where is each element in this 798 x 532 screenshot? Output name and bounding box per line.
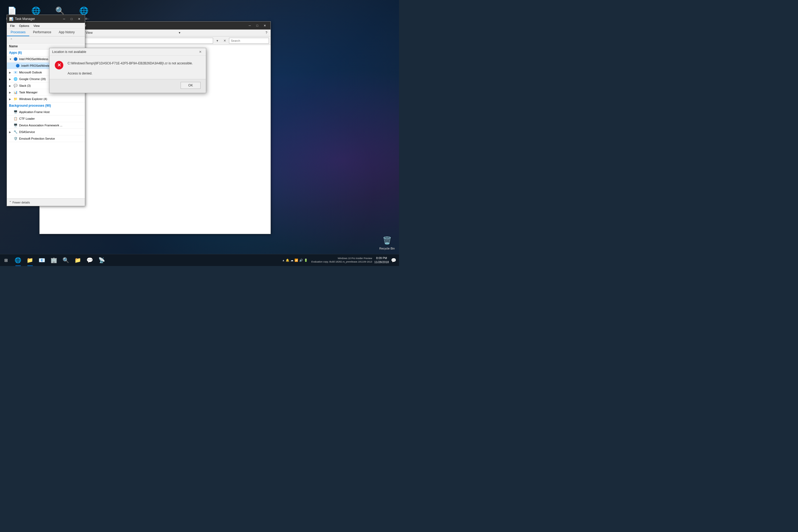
- spotlight-icon: 🔍: [55, 5, 65, 16]
- process-name-explorer: Windows Explorer (4): [19, 97, 83, 100]
- tray-icon-battery: 🔋: [304, 259, 308, 262]
- expand-arrow-explorer: ▶: [9, 98, 13, 100]
- expand-arrow-chrome: ▶: [9, 78, 13, 81]
- github-icon: 🌐: [78, 5, 89, 16]
- taskbar-apps-area: 🌐 📁 📧 🏢 🔍 📁 💬 📡: [12, 254, 280, 266]
- minimize-button[interactable]: ─: [60, 15, 68, 23]
- fewer-details-button[interactable]: ⌃ Fewer details: [9, 201, 30, 204]
- taskbar: ⊞ 🌐 📁 📧 🏢 🔍 📁 💬 📡 ▲ 🔔 ☁ 📶 🔊 🔋 Windows 10…: [0, 254, 399, 266]
- outlook-icon: 📧: [13, 70, 18, 75]
- clock-time: 8:09 PM: [374, 256, 389, 260]
- process-item-explorer[interactable]: ▶ 📁 Windows Explorer (4): [7, 96, 85, 102]
- chrome-icon-1: 🌐: [31, 5, 41, 16]
- taskmanager-process-icon: 📊: [13, 90, 18, 94]
- tray-icon-wifi[interactable]: 📶: [294, 259, 298, 262]
- tab-app-history[interactable]: App history: [55, 29, 78, 36]
- file-explorer-title-text: File Explorer: [68, 24, 246, 27]
- chrome-process-icon: 🌐: [13, 77, 18, 81]
- error-message-line1: C:\Windows\Temp\{8F1DA5C6-F71E-42F5-BF9A…: [68, 61, 201, 66]
- tray-icon-volume[interactable]: 🔊: [299, 259, 303, 262]
- process-name-ctf: CTF Loader: [19, 117, 83, 120]
- expand-arrow-daf: [9, 124, 13, 127]
- fe-minimize-button[interactable]: ─: [246, 22, 253, 30]
- maximize-button[interactable]: □: [68, 15, 75, 23]
- error-dialog-close-button[interactable]: ✕: [197, 49, 203, 55]
- clock-date: 11/28/2018: [374, 260, 389, 264]
- tab-performance[interactable]: Performance: [29, 29, 55, 36]
- task-manager-title-text: Task Manager: [15, 17, 60, 21]
- task-manager-toolbar: ⌃: [7, 36, 85, 43]
- expand-arrow-intel: ▼: [9, 58, 13, 61]
- start-button[interactable]: ⊞: [0, 254, 12, 266]
- taskbar-tray: ▲ 🔔 ☁ 📶 🔊 🔋 Windows 10 Pro Insider Previ…: [280, 256, 399, 264]
- address-bar[interactable]: [71, 38, 213, 44]
- taskbar-app-store[interactable]: 🏢: [48, 254, 60, 266]
- taskbar-app-wifi-tool[interactable]: 📡: [96, 254, 108, 266]
- desktop-icon-recycle-bin[interactable]: 🗑️ Recycle Bin: [378, 235, 396, 250]
- tray-icon-notifications[interactable]: 🔔: [286, 259, 289, 262]
- tray-collapse-button[interactable]: ▲: [282, 259, 285, 262]
- collapse-all-button[interactable]: ⌃: [9, 38, 14, 42]
- fewer-details-arrow: ⌃: [9, 201, 12, 204]
- taskbar-app-folder[interactable]: 📁: [72, 254, 84, 266]
- action-center-button[interactable]: 💬: [391, 258, 396, 263]
- menu-file[interactable]: File: [8, 24, 17, 28]
- process-name-dsa: DSAService: [19, 130, 83, 134]
- task-manager-window: 📊 Task Manager ─ □ ✕ File Options View P…: [7, 15, 85, 206]
- nav-refresh-button[interactable]: ✕: [222, 38, 228, 44]
- error-dialog-title-text: Location is not available: [52, 50, 197, 54]
- process-name-emsisoft: Emsisoft Protection Service: [19, 137, 83, 140]
- fewer-details-label: Fewer details: [13, 201, 30, 204]
- expand-arrow-dsa: ▶: [9, 131, 13, 134]
- slack-process-icon: 💬: [13, 83, 18, 88]
- taskbar-app-search[interactable]: 🔍: [60, 254, 72, 266]
- afh-icon: 🖥️: [13, 110, 18, 114]
- intel-sub-icon: 🔵: [15, 63, 20, 68]
- task-manager-tabs: Processes Performance App history: [7, 29, 85, 36]
- emsisoft-icon: 🛡️: [13, 136, 18, 141]
- process-device-assoc[interactable]: 🖥️ Device Association Framework ...: [7, 122, 85, 129]
- task-manager-menubar: File Options View: [7, 23, 85, 29]
- taskbar-app-explorer[interactable]: 📁: [24, 254, 36, 266]
- taskbar-app-outlook[interactable]: 📧: [36, 254, 48, 266]
- process-dsa-service[interactable]: ▶ 🔧 DSAService: [7, 129, 85, 135]
- close-button[interactable]: ✕: [75, 15, 83, 23]
- expand-arrow-taskmanager: ▶: [9, 91, 13, 94]
- windows-info-line2: Evaluation copy. Build 18282.rs_prerelea…: [311, 260, 372, 264]
- notification-area: ▲ 🔔 ☁ 📶 🔊 🔋: [282, 259, 309, 262]
- windows-eval-notice: Windows 10 Pro Insider Preview Evaluatio…: [311, 257, 372, 263]
- error-dialog-body: ✕ C:\Windows\Temp\{8F1DA5C6-F71E-42F5-BF…: [50, 56, 206, 79]
- error-dialog: Location is not available ✕ ✕ C:\Windows…: [49, 48, 206, 93]
- nav-address-dropdown[interactable]: ▾: [214, 38, 221, 44]
- taskbar-app-browser[interactable]: 🌐: [12, 254, 24, 266]
- expand-arrow-outlook: ▶: [9, 71, 13, 74]
- menu-view[interactable]: View: [32, 24, 42, 28]
- ribbon-expand-button[interactable]: ▾: [177, 30, 183, 36]
- process-ctf-loader[interactable]: 📋 CTF Loader: [7, 115, 85, 122]
- taskbar-clock[interactable]: 8:09 PM 11/28/2018: [374, 256, 389, 264]
- window-controls: ─ □ ✕: [60, 15, 83, 23]
- error-message-text: C:\Windows\Temp\{8F1DA5C6-F71E-42F5-BF9A…: [68, 61, 201, 76]
- fe-close-button[interactable]: ✕: [261, 22, 268, 30]
- ctf-icon: 📋: [13, 116, 18, 121]
- tray-icon-onedrive[interactable]: ☁: [290, 259, 293, 262]
- taskbar-app-slack[interactable]: 💬: [84, 254, 96, 266]
- error-ok-button[interactable]: OK: [180, 82, 201, 89]
- process-emsisoft[interactable]: 🛡️ Emsisoft Protection Service: [7, 135, 85, 142]
- expand-arrow-slack: ▶: [9, 84, 13, 87]
- ribbon-help-button[interactable]: ?: [263, 30, 269, 36]
- daf-icon: 🖥️: [13, 123, 18, 128]
- intel-icon: 🔵: [13, 57, 18, 61]
- branding-icon: 📄: [7, 5, 17, 16]
- process-app-frame-host[interactable]: 🖥️ Application Frame Host: [7, 109, 85, 115]
- task-manager-footer: ⌃ Fewer details: [7, 198, 85, 206]
- explorer-process-icon: 📁: [13, 97, 18, 101]
- menu-options[interactable]: Options: [17, 24, 32, 28]
- expand-arrow-ctf: [9, 117, 13, 120]
- tab-processes[interactable]: Processes: [7, 29, 29, 36]
- search-input[interactable]: [229, 38, 269, 44]
- dsa-icon: 🔧: [13, 130, 18, 134]
- expand-arrow-afh: [9, 111, 13, 114]
- fe-maximize-button[interactable]: □: [253, 22, 261, 30]
- process-name-daf: Device Association Framework ...: [19, 124, 83, 127]
